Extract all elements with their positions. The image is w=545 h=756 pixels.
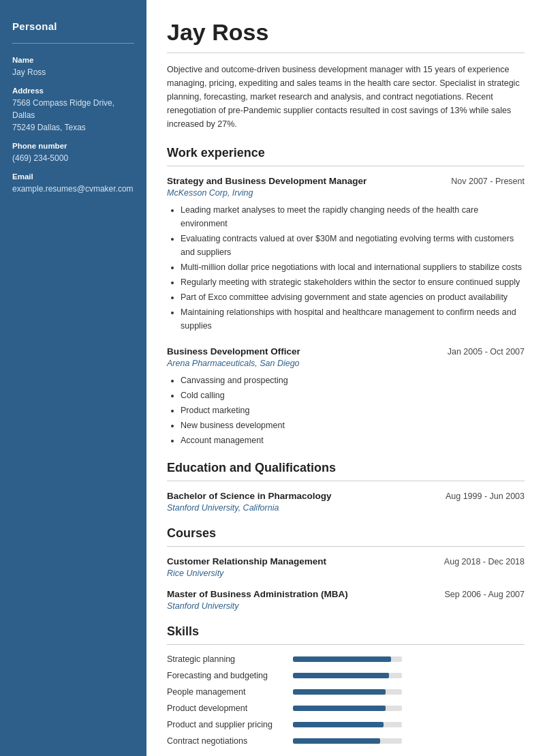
courses-title: Courses [167, 526, 525, 541]
skill-bar-bg [293, 673, 402, 678]
list-item: Multi-million dollar price negotiations … [181, 260, 525, 274]
course-item: Master of Business Administration (MBA) … [167, 589, 525, 611]
edu-dates: Aug 1999 - Jun 2003 [446, 492, 525, 501]
courses-section: Courses Customer Relationship Management… [167, 526, 525, 611]
skill-row: Contract negotiations [167, 736, 525, 746]
course-header: Master of Business Administration (MBA) … [167, 589, 525, 599]
course-institution: Rice University [167, 569, 525, 578]
sidebar-section-title: Personal [12, 20, 134, 32]
job-bullets-list: Canvassing and prospecting Cold calling … [167, 374, 525, 447]
job-company: McKesson Corp, Irving [167, 188, 525, 198]
skill-name: People management [167, 687, 293, 697]
edu-institution: Stanford University, California [167, 503, 525, 513]
skill-row: Forecasting and budgeting [167, 671, 525, 680]
work-experience-section: Work experience Strategy and Business De… [167, 146, 525, 447]
skill-bar-bg [293, 738, 402, 744]
skill-bar-fill [293, 706, 386, 711]
skill-bar-fill [293, 722, 384, 727]
job-company: Arena Pharmaceuticals, San Diego [167, 359, 525, 368]
edu-degree-title: Bachelor of Science in Pharmacology [167, 491, 332, 501]
sidebar-address-label: Address [12, 87, 134, 95]
skill-row: Strategic planning [167, 654, 525, 664]
sidebar: Personal Name Jay Ross Address 7568 Comp… [0, 0, 146, 756]
education-divider [167, 481, 525, 481]
skill-name: Product development [167, 704, 293, 713]
skill-name: Product and supplier pricing [167, 720, 293, 729]
edu-header: Bachelor of Science in Pharmacology Aug … [167, 491, 525, 501]
course-title: Customer Relationship Management [167, 556, 326, 566]
skills-section: Skills Strategic planning Forecasting an… [167, 624, 525, 746]
list-item: Account management [181, 434, 525, 447]
job-title: Business Development Officer [167, 346, 300, 357]
skills-title: Skills [167, 624, 525, 639]
skill-bar-fill [293, 673, 389, 678]
job-dates: Jan 2005 - Oct 2007 [448, 347, 525, 357]
summary-text: Objective and outcome-driven business de… [167, 63, 525, 131]
course-dates: Sep 2006 - Aug 2007 [445, 590, 525, 599]
job-bullets-list: Leading market analyses to meet the rapi… [167, 203, 525, 333]
skill-name: Contract negotiations [167, 736, 293, 746]
course-dates: Aug 2018 - Dec 2018 [444, 557, 525, 566]
sidebar-email-value: example.resumes@cvmaker.com [12, 183, 134, 195]
list-item: Regularly meeting with strategic stakeho… [181, 275, 525, 289]
skill-bar-fill [293, 656, 391, 662]
job-dates: Nov 2007 - Present [451, 177, 525, 186]
job-header: Business Development Officer Jan 2005 - … [167, 346, 525, 357]
work-experience-title: Work experience [167, 146, 525, 160]
list-item: Canvassing and prospecting [181, 374, 525, 387]
education-section: Education and Qualifications Bachelor of… [167, 461, 525, 513]
job-header: Strategy and Business Development Manage… [167, 176, 525, 186]
sidebar-name-value: Jay Ross [12, 66, 134, 78]
sidebar-name-label: Name [12, 56, 134, 64]
main-content: Jay Ross Objective and outcome-driven bu… [146, 0, 545, 756]
work-experience-divider [167, 166, 525, 166]
course-title: Master of Business Administration (MBA) [167, 589, 348, 599]
list-item: Cold calling [181, 389, 525, 402]
list-item: Evaluating contracts valued at over $30M… [181, 232, 525, 259]
skills-divider [167, 644, 525, 645]
list-item: Product marketing [181, 404, 525, 417]
skill-name: Forecasting and budgeting [167, 671, 293, 680]
skill-row: People management [167, 687, 525, 697]
sidebar-phone-value: (469) 234-5000 [12, 152, 134, 164]
skill-bar-bg [293, 689, 402, 695]
skill-bar-fill [293, 738, 380, 744]
sidebar-divider [12, 43, 134, 44]
skill-bar-fill [293, 689, 386, 695]
skill-bar-bg [293, 656, 402, 662]
page-title: Jay Ross [167, 19, 525, 46]
skill-bar-bg [293, 722, 402, 727]
sidebar-email-label: Email [12, 172, 134, 181]
education-title: Education and Qualifications [167, 461, 525, 475]
job-title: Strategy and Business Development Manage… [167, 176, 367, 186]
list-item: Part of Exco committee advising governme… [181, 290, 525, 304]
list-item: Maintaining relationships with hospital … [181, 305, 525, 333]
list-item: Leading market analyses to meet the rapi… [181, 203, 525, 230]
sidebar-phone-label: Phone number [12, 142, 134, 150]
course-item: Customer Relationship Management Aug 201… [167, 556, 525, 578]
courses-divider [167, 546, 525, 547]
skill-row: Product and supplier pricing [167, 720, 525, 729]
skill-row: Product development [167, 704, 525, 713]
job-item: Business Development Officer Jan 2005 - … [167, 346, 525, 447]
edu-item: Bachelor of Science in Pharmacology Aug … [167, 491, 525, 513]
course-header: Customer Relationship Management Aug 201… [167, 556, 525, 566]
skill-name: Strategic planning [167, 654, 293, 664]
skill-bar-bg [293, 706, 402, 711]
list-item: New business development [181, 419, 525, 432]
main-top-divider [167, 52, 525, 53]
job-item: Strategy and Business Development Manage… [167, 176, 525, 333]
sidebar-address-value: 7568 Compass Ridge Drive, Dallas75249 Da… [12, 97, 134, 134]
course-institution: Stanford University [167, 601, 525, 611]
